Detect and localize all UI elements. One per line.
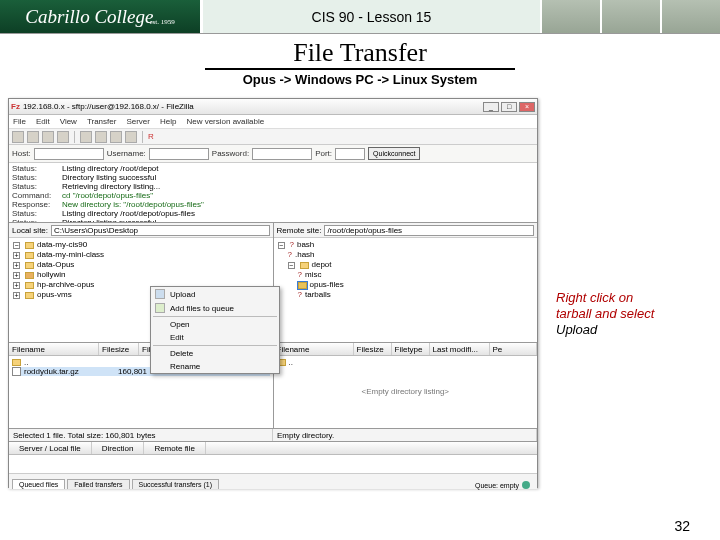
quickconnect-button[interactable]: Quickconnect [368, 147, 420, 160]
remote-file-list: Filename Filesize Filetype Last modifi..… [274, 343, 538, 428]
tab-failed[interactable]: Failed transfers [67, 479, 129, 489]
user-input[interactable] [149, 148, 209, 160]
port-label: Port: [315, 149, 332, 158]
toolbar-icon[interactable] [80, 131, 92, 143]
ctx-edit[interactable]: Edit [151, 331, 279, 344]
host-input[interactable] [34, 148, 104, 160]
local-path-input[interactable] [51, 225, 269, 236]
file-icon [12, 367, 21, 376]
remote-pane: Remote site: −?bash ?.hash −depot ?misc … [274, 223, 538, 342]
queue-status: Queue: empty [475, 482, 519, 489]
new-version-notice[interactable]: New version available [186, 117, 264, 126]
window-titlebar: Fz 192.168.0.x - sftp://user@192.168.0.x… [9, 99, 537, 115]
minimize-button[interactable]: _ [483, 102, 499, 112]
annot-line2: tarball and select [556, 306, 654, 321]
slide-header: Cabrillo College est. 1959 CIS 90 - Less… [0, 0, 720, 34]
est-year: est. 1959 [149, 18, 174, 26]
toolbar-icon[interactable] [95, 131, 107, 143]
menu-view[interactable]: View [60, 117, 77, 126]
host-label: Host: [12, 149, 31, 158]
empty-listing: <Empty directory listing> [277, 387, 535, 396]
local-site-label: Local site: [12, 226, 48, 235]
filezilla-icon: Fz [11, 102, 20, 111]
ctx-upload[interactable]: Upload [151, 287, 279, 301]
annot-line3: Upload [556, 322, 597, 337]
ctx-rename[interactable]: Rename [151, 360, 279, 373]
annot-line1: Right click on [556, 290, 633, 305]
window-title-text: 192.168.0.x - sftp://user@192.168.0.x/ -… [23, 102, 194, 111]
list-statusbars: Selected 1 file. Total size: 160,801 byt… [9, 429, 537, 442]
menu-help[interactable]: Help [160, 117, 176, 126]
toolbar-icon[interactable] [110, 131, 122, 143]
toolbar: R [9, 129, 537, 145]
tab-queued[interactable]: Queued files [12, 479, 65, 489]
separator [74, 131, 75, 143]
port-input[interactable] [335, 148, 365, 160]
ctx-delete[interactable]: Delete [151, 347, 279, 360]
slide-subtitle: Opus -> Windows PC -> Linux System [0, 72, 720, 87]
menu-edit[interactable]: Edit [36, 117, 50, 126]
tab-success[interactable]: Successful transfers (1) [132, 479, 220, 489]
status-dot-icon [522, 481, 530, 489]
parent-dir-row[interactable]: .. [277, 358, 535, 367]
menu-transfer[interactable]: Transfer [87, 117, 117, 126]
menu-bar: File Edit View Transfer Server Help New … [9, 115, 537, 129]
header-photos [540, 0, 720, 33]
upload-icon [155, 289, 165, 299]
pass-label: Password: [212, 149, 249, 158]
pass-input[interactable] [252, 148, 312, 160]
toolbar-icon[interactable] [125, 131, 137, 143]
window-buttons: _ □ × [483, 102, 535, 112]
college-logo: Cabrillo College est. 1959 [0, 0, 200, 33]
lesson-label: CIS 90 - Lesson 15 [200, 0, 540, 33]
remote-status: Empty directory. [273, 429, 537, 441]
ctx-add-queue[interactable]: Add files to queue [151, 301, 279, 315]
separator [142, 131, 143, 143]
slide-title: File Transfer [205, 38, 515, 70]
remote-tree[interactable]: −?bash ?.hash −depot ?misc opus-files ?t… [274, 238, 538, 342]
remote-path-input[interactable] [324, 225, 534, 236]
local-status: Selected 1 file. Total size: 160,801 byt… [9, 429, 273, 441]
toolbar-icon[interactable] [27, 131, 39, 143]
menu-file[interactable]: File [13, 117, 26, 126]
toolbar-icon[interactable] [57, 131, 69, 143]
close-button[interactable]: × [519, 102, 535, 112]
toolbar-icon[interactable] [12, 131, 24, 143]
queue-tabs: Queued files Failed transfers Successful… [9, 473, 537, 489]
context-menu: Upload Add files to queue Open Edit Dele… [150, 286, 280, 374]
message-log: Status:Listing directory /root/depot Sta… [9, 163, 537, 223]
maximize-button[interactable]: □ [501, 102, 517, 112]
page-number: 32 [674, 518, 690, 534]
user-label: Username: [107, 149, 146, 158]
queue-body [9, 455, 537, 473]
refresh-icon[interactable]: R [148, 132, 154, 141]
menu-server[interactable]: Server [126, 117, 150, 126]
quickconnect-bar: Host: Username: Password: Port: Quickcon… [9, 145, 537, 163]
queue-columns: Server / Local file Direction Remote fil… [9, 442, 537, 455]
logo-text: Cabrillo College [25, 6, 153, 28]
toolbar-icon[interactable] [42, 131, 54, 143]
ctx-open[interactable]: Open [151, 318, 279, 331]
queue-icon [155, 303, 165, 313]
instruction-annotation: Right click on tarball and select Upload [556, 290, 706, 338]
remote-site-label: Remote site: [277, 226, 322, 235]
